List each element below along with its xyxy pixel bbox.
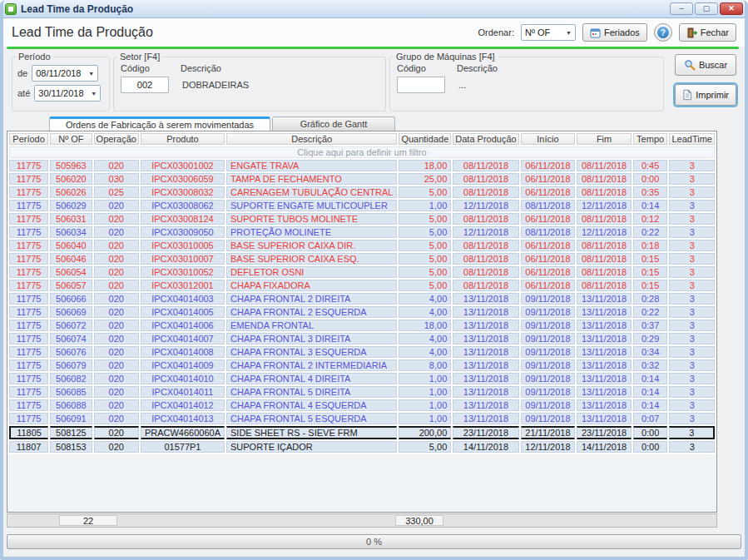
grid-cell[interactable]: 08/11/2018 — [577, 253, 632, 265]
grid-cell[interactable]: 3 — [669, 160, 715, 171]
grid-cell[interactable]: 020 — [94, 253, 139, 265]
grid-cell[interactable]: 0:14 — [633, 386, 668, 398]
grid-cell[interactable]: 020 — [94, 399, 139, 411]
grid-cell[interactable]: 020 — [94, 333, 139, 344]
grid-cell[interactable]: 020 — [94, 280, 139, 291]
grid-cell[interactable]: 3 — [669, 306, 715, 318]
grid-cell[interactable]: 508125 — [50, 426, 92, 439]
fechar-button[interactable]: Fechar — [679, 23, 736, 42]
grid-cell[interactable]: CHAPA FRONTAL 3 ESQUERDA — [226, 346, 397, 358]
grid-cell[interactable]: 09/11/2018 — [521, 373, 576, 384]
grid-cell[interactable]: 0:22 — [633, 306, 668, 318]
grid-cell[interactable]: 5,00 — [399, 280, 451, 291]
grid-cell[interactable]: 506076 — [50, 346, 92, 358]
grid-cell[interactable]: 8,00 — [399, 359, 451, 371]
buscar-button[interactable]: Buscar — [675, 54, 736, 76]
grid-cell[interactable]: 14/11/2018 — [577, 441, 632, 453]
grid-cell[interactable]: BASE SUPERIOR CAIXA ESQ. — [226, 253, 397, 265]
grid-cell[interactable]: 506088 — [50, 399, 92, 411]
grid-cell[interactable]: 3 — [669, 386, 715, 398]
grid-cell[interactable]: 0:14 — [633, 200, 668, 211]
grid-cell[interactable]: SUPORTE ENGATE MULTICOUPLER — [226, 200, 397, 211]
grid-cell[interactable]: 06/11/2018 — [521, 240, 576, 251]
grid-cell[interactable]: 506074 — [50, 333, 92, 344]
grid-cell[interactable]: CARENAGEM TUBULAÇÃO CENTRAL — [226, 186, 397, 198]
grid-cell[interactable]: 0:07 — [633, 413, 668, 424]
table-row[interactable]: 11775506034020IPCX03009050PROTEÇÃO MOLIN… — [9, 226, 715, 238]
grid-cell[interactable]: 01577P1 — [141, 441, 225, 453]
grid-cell[interactable]: IPCX04014010 — [141, 373, 225, 384]
date-from-select[interactable]: 08/11/2018 ▼ — [32, 65, 98, 82]
grid-cell[interactable]: 13/11/2018 — [577, 413, 632, 424]
minimize-button[interactable]: – — [670, 2, 693, 15]
grid-cell[interactable]: IPCX03009050 — [141, 226, 225, 238]
grid-cell[interactable]: 11775 — [9, 160, 48, 171]
grid-cell[interactable]: 0:29 — [633, 333, 668, 344]
tab-grafico-gantt[interactable]: Gráfico de Gantt — [272, 116, 395, 131]
grid-cell[interactable]: 13/11/2018 — [577, 359, 632, 371]
table-row[interactable]: 11775506079020IPCX04014009CHAPA FRONTAL … — [9, 359, 715, 371]
grid-cell[interactable]: 506091 — [50, 413, 92, 424]
table-row-selected[interactable]: 11805508125020PRACW4660060ASIDE SHEET RS… — [9, 426, 715, 439]
grid-cell[interactable]: 0:15 — [633, 266, 668, 278]
grid-cell[interactable]: 020 — [94, 359, 139, 371]
table-row[interactable]: 11775506026025IPCX03008032CARENAGEM TUBU… — [9, 186, 715, 198]
grid-cell[interactable]: 3 — [669, 173, 715, 185]
grid-cell[interactable]: 0:14 — [633, 373, 668, 384]
grid-cell[interactable]: 11775 — [9, 200, 48, 211]
grid-cell[interactable]: IPCX04014003 — [141, 293, 225, 305]
grid-cell[interactable]: 08/11/2018 — [577, 240, 632, 251]
grid-cell[interactable]: 025 — [94, 186, 139, 198]
grid-cell[interactable]: SIDE SHEET RS - SIEVE FRM — [226, 426, 397, 439]
grupo-codigo-input[interactable] — [397, 77, 445, 93]
grid-cell[interactable]: 13/11/2018 — [577, 399, 632, 411]
grid-cell[interactable]: 020 — [94, 386, 139, 398]
table-row[interactable]: 11775506066020IPCX04014003CHAPA FRONTAL … — [9, 293, 715, 305]
grid-cell[interactable]: 23/11/2018 — [577, 426, 632, 439]
grid-cell[interactable]: 3 — [669, 200, 715, 211]
grid-cell[interactable]: 0:45 — [633, 160, 668, 171]
grid-cell[interactable]: 13/11/2018 — [453, 333, 518, 344]
table-row[interactable]: 11775506040020IPCX03010005BASE SUPERIOR … — [9, 240, 715, 251]
help-button[interactable]: ? — [654, 23, 672, 42]
grid-cell[interactable]: 08/11/2018 — [577, 213, 632, 225]
grid-cell[interactable]: 11775 — [9, 240, 48, 251]
grid-cell[interactable]: 11775 — [9, 333, 48, 344]
grid-cell[interactable]: SUPORTE TUBOS MOLINETE — [226, 213, 397, 225]
grid-cell[interactable]: 020 — [94, 213, 139, 225]
grid-cell[interactable]: 020 — [94, 306, 139, 318]
grid-cell[interactable]: 5,00 — [399, 441, 451, 453]
grid-cell[interactable]: 0:00 — [633, 173, 668, 185]
grid-cell[interactable]: CHAPA FRONTAL 2 ESQUERDA — [226, 306, 397, 318]
grid-cell[interactable]: 506026 — [50, 186, 92, 198]
grid-cell[interactable]: 13/11/2018 — [453, 399, 518, 411]
grid-cell[interactable]: CHAPA FRONTAL 5 ESQUERDA — [226, 413, 397, 424]
grid-cell[interactable]: 4,00 — [399, 346, 451, 358]
grid-cell[interactable]: 12/11/2018 — [453, 200, 518, 211]
grid-cell[interactable]: 506034 — [50, 226, 92, 238]
grid-cell[interactable]: 506066 — [50, 293, 92, 305]
grid-cell[interactable]: 13/11/2018 — [577, 306, 632, 318]
grid-cell[interactable]: 3 — [669, 373, 715, 384]
grid-cell[interactable]: 18,00 — [399, 160, 451, 171]
grid-cell[interactable]: 08/11/2018 — [577, 186, 632, 198]
grid-cell[interactable]: 06/11/2018 — [521, 253, 576, 265]
grid-cell[interactable]: 506020 — [50, 173, 92, 185]
grid-cell[interactable]: IPCX04014011 — [141, 386, 225, 398]
table-row[interactable]: 11775506069020IPCX04014005CHAPA FRONTAL … — [9, 306, 715, 318]
grid-cell[interactable]: 020 — [94, 373, 139, 384]
grid-cell[interactable]: 13/11/2018 — [577, 293, 632, 305]
grid-cell[interactable]: 11775 — [9, 373, 48, 384]
grid-cell[interactable]: 5,00 — [399, 186, 451, 198]
grid-cell[interactable]: 0:32 — [633, 359, 668, 371]
tab-ordens-fabricacao[interactable]: Ordens de Fabricação à serem movimentada… — [49, 116, 270, 131]
grid-cell[interactable]: 020 — [94, 426, 139, 439]
table-row[interactable]: 11775505963020IPCX03001002ENGATE TRAVA18… — [9, 160, 715, 171]
grid-cell[interactable]: CHAPA FRONTAL 5 DIREITA — [226, 386, 397, 398]
grid-cell[interactable]: 506057 — [50, 280, 92, 291]
grid-cell[interactable]: 13/11/2018 — [453, 359, 518, 371]
grid-cell[interactable]: 020 — [94, 226, 139, 238]
grid-cell[interactable]: IPCX04014012 — [141, 399, 225, 411]
grid-cell[interactable]: CHAPA FIXADORA — [226, 280, 397, 291]
grid-cell[interactable]: 3 — [669, 213, 715, 225]
